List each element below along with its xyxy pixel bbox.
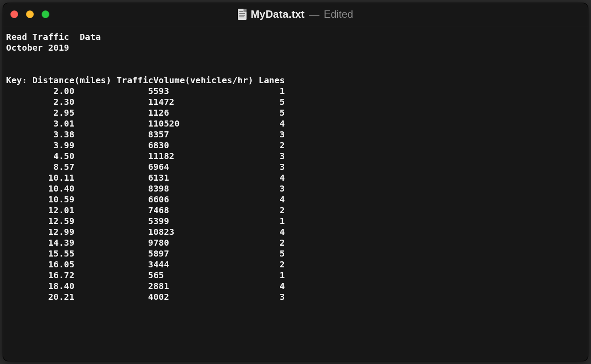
zoom-button[interactable] <box>42 10 49 18</box>
titlebar[interactable]: MyData.txt — Edited <box>3 3 588 26</box>
edited-state: Edited <box>324 8 353 20</box>
document-area[interactable]: Read Traffic Data October 2019 Key: Dist… <box>3 26 588 302</box>
close-button[interactable] <box>10 10 18 18</box>
minimize-button[interactable] <box>26 10 34 18</box>
window-title: MyData.txt — Edited <box>3 3 588 26</box>
document-text[interactable]: Read Traffic Data October 2019 Key: Dist… <box>6 32 588 302</box>
file-name: MyData.txt <box>251 8 305 20</box>
title-separator: — <box>309 8 319 20</box>
textedit-window: MyData.txt — Edited Read Traffic Data Oc… <box>3 3 588 361</box>
window-controls <box>10 10 49 18</box>
document-icon <box>238 9 247 20</box>
